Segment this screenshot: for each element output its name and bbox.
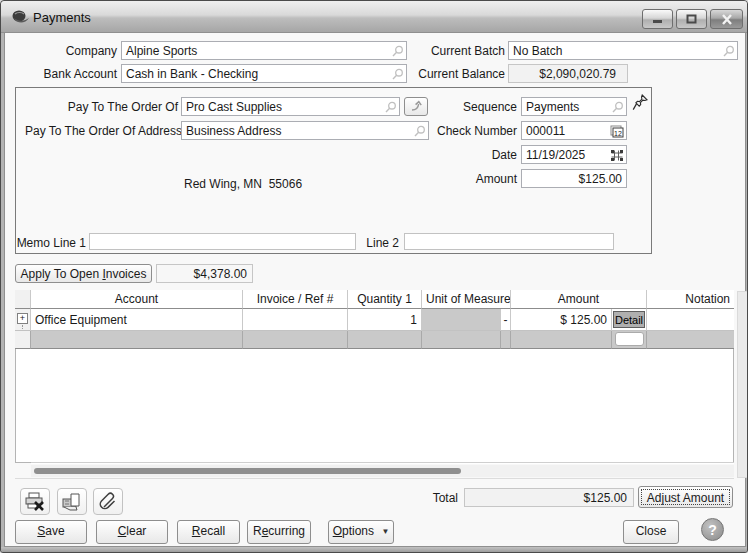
total-label: Total [410, 491, 458, 505]
total-value: $125.00 [464, 488, 634, 507]
grid-corner-cell [15, 290, 31, 309]
amount-field[interactable]: $125.00 [521, 169, 627, 188]
cell-unit-of-measure [422, 309, 501, 331]
pay-to-address-field[interactable]: Business Address [181, 121, 429, 140]
cell-detail: Detail [612, 309, 647, 331]
cell-account[interactable]: Office Equipment [31, 309, 243, 331]
col-header-unit-of-measure[interactable]: Unit of Measure [422, 290, 511, 309]
current-batch-label: Current Batch [409, 44, 505, 58]
open-invoices-total: $4,378.00 [156, 264, 253, 283]
cell-invoice-ref[interactable] [243, 309, 348, 331]
cell-notation[interactable] [647, 309, 734, 331]
print-check-button[interactable] [57, 488, 87, 515]
sequence-label: Sequence [421, 100, 517, 114]
restore-button[interactable] [676, 9, 707, 29]
pay-to-label: Pay To The Order Of [25, 100, 178, 114]
check-number-field[interactable]: 000011 12 [521, 121, 627, 140]
check-number-label: Check Number [421, 124, 517, 138]
close-window-button[interactable] [710, 9, 743, 29]
close-button[interactable]: Close [623, 520, 679, 544]
memo-line2-field[interactable] [404, 233, 614, 250]
col-header-account[interactable]: Account [31, 290, 243, 309]
pin-sequence-icon[interactable] [632, 94, 649, 112]
window-title: Payments [33, 10, 91, 25]
window-bottom-frame [1, 547, 748, 553]
col-header-invoice-ref[interactable]: Invoice / Ref # [243, 290, 348, 309]
auto-number-icon[interactable]: 12 [609, 125, 624, 139]
memo-line1-label: Memo Line 1 [11, 236, 86, 250]
col-header-quantity[interactable]: Quantity 1 [348, 290, 422, 309]
svg-text:12: 12 [614, 130, 622, 137]
row2-uom-separator [501, 331, 511, 349]
calendar-icon[interactable] [610, 149, 624, 162]
pay-to-field[interactable]: Pro Cast Supplies [181, 97, 400, 116]
title-bar[interactable]: Payments [1, 1, 748, 33]
restore-icon [686, 14, 697, 24]
hscroll-thumb[interactable] [34, 468, 461, 474]
col-header-amount[interactable]: Amount [511, 290, 647, 309]
grid-horizontal-scrollbar[interactable] [31, 465, 734, 477]
company-field[interactable]: Alpine Sports [121, 41, 407, 60]
current-batch-lookup-icon[interactable] [722, 45, 735, 58]
memo-line1-field[interactable] [89, 233, 356, 250]
grid-bottom-groove [31, 462, 734, 464]
row2-quantity[interactable] [348, 331, 422, 349]
date-field[interactable]: 11/19/2025 [521, 145, 627, 164]
current-balance-value: $2,090,020.79 [508, 64, 628, 83]
col-header-notation[interactable]: Notation [647, 290, 734, 309]
bank-account-field[interactable]: Cash in Bank - Checking [121, 64, 407, 83]
sequence-lookup-icon[interactable] [611, 101, 624, 114]
clear-button[interactable]: Clear [96, 520, 168, 544]
current-batch-field[interactable]: No Batch [508, 41, 738, 60]
pay-to-address-label: Pay To The Order Of Address [25, 124, 178, 138]
row-expander-icon[interactable]: + [17, 313, 28, 324]
payments-app-icon [11, 9, 30, 25]
footer-divider [15, 478, 734, 479]
paperclip-icon [97, 491, 119, 513]
void-check-button[interactable] [20, 488, 50, 515]
company-label: Company [21, 44, 117, 58]
row2-header-cell[interactable] [15, 331, 31, 349]
detail-button[interactable]: Detail [613, 311, 645, 328]
options-label: Options [333, 524, 374, 538]
print-check-icon [61, 492, 83, 512]
cell-amount[interactable]: $ 125.00 [511, 309, 612, 331]
date-label: Date [421, 148, 517, 162]
row2-account[interactable] [31, 331, 243, 349]
memo-line2-label: Line 2 [363, 236, 399, 250]
cell-uom-separator: - [501, 309, 511, 331]
help-button[interactable]: ? [701, 518, 724, 541]
grid-vertical-scrollbar[interactable] [737, 291, 748, 478]
bank-account-label: Bank Account [21, 67, 117, 81]
row2-detail-box[interactable] [615, 332, 644, 346]
options-button[interactable]: Options ▼ [328, 520, 394, 544]
amount-label: Amount [421, 172, 517, 186]
adjust-amount-button[interactable]: Adjust Amount [638, 486, 733, 508]
row2-amount[interactable] [511, 331, 612, 349]
close-icon [721, 14, 733, 25]
row2-detail [612, 331, 647, 349]
sequence-field[interactable]: Payments [521, 97, 627, 116]
row2-notation[interactable] [647, 331, 734, 349]
current-balance-label: Current Balance [409, 67, 505, 81]
options-dropdown-icon: ▼ [381, 527, 389, 536]
apply-to-open-invoices-button[interactable]: Apply To Open Invoices [15, 264, 152, 283]
payments-window: Payments Company Alpine Sports Current B… [0, 0, 748, 553]
void-check-icon [24, 492, 46, 512]
recurring-button[interactable]: Recurring [247, 520, 311, 544]
attachments-button[interactable] [93, 488, 123, 515]
recall-button[interactable]: Recall [177, 520, 240, 544]
minimize-button[interactable] [642, 9, 673, 29]
pay-to-lookup-icon[interactable] [384, 101, 397, 114]
cell-quantity[interactable]: 1 [348, 309, 422, 331]
company-lookup-icon[interactable] [391, 45, 404, 58]
row2-invoice-ref[interactable] [243, 331, 348, 349]
row-header-cell[interactable]: + [15, 309, 31, 331]
payee-city-state-zip: Red Wing, MN 55066 [184, 177, 304, 191]
row2-unit-of-measure [422, 331, 501, 349]
save-button[interactable]: Save [15, 520, 87, 544]
bank-account-lookup-icon[interactable] [391, 68, 404, 81]
minimize-icon [652, 15, 663, 24]
